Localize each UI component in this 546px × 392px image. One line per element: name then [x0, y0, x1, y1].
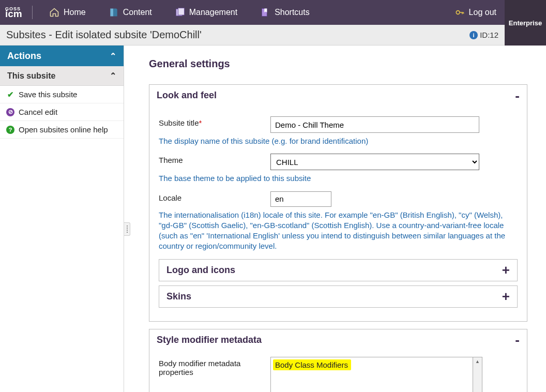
sidebar-item-label: Open subsites online help — [19, 125, 108, 134]
theme-hint: The base theme to be applied to this sub… — [159, 173, 518, 184]
panel-title: Look and feel — [157, 90, 217, 101]
row-theme: Theme CHILL — [159, 154, 518, 170]
brand-line2: icm — [5, 10, 29, 18]
sidebar-item-label: Save this subsite — [19, 90, 77, 99]
home-icon — [49, 7, 59, 18]
body-modifier-listbox[interactable]: Body Class Modifiers — [270, 357, 473, 393]
panel-logo-icons-header[interactable]: Logo and icons + — [159, 260, 517, 281]
expand-icon: + — [502, 292, 510, 301]
sidebar-item-cancel[interactable]: ⊘ Cancel edit — [0, 103, 124, 121]
scroll-up-icon[interactable]: ▲ — [473, 357, 482, 366]
svg-rect-1 — [178, 8, 184, 15]
panel-look-and-feel-header[interactable]: Look and feel - — [149, 85, 527, 106]
row-body-modifier: Body modifier metadata properties Body C… — [159, 357, 518, 393]
panel-skins-header[interactable]: Skins + — [159, 286, 517, 307]
panel-title: Logo and icons — [166, 265, 235, 276]
collapse-icon: - — [515, 335, 520, 344]
enterprise-badge: Enterprise — [505, 0, 546, 46]
body-modifier-listbox-wrap: Body Class Modifiers ▲ ▼ — [270, 357, 518, 393]
locale-input[interactable] — [270, 191, 331, 207]
panel-logo-icons: Logo and icons + — [159, 259, 518, 281]
sidebar-actions-header[interactable]: Actions ⌃ — [0, 46, 124, 66]
book-icon — [109, 7, 119, 18]
nav-content-label: Content — [123, 8, 152, 17]
collapse-icon: - — [515, 91, 520, 100]
svg-point-3 — [456, 11, 460, 14]
row-locale: Locale — [159, 191, 518, 207]
sidebar-subheader[interactable]: This subsite ⌃ — [0, 66, 124, 86]
locale-hint: The internationalisation (i18n) locale o… — [159, 210, 518, 252]
check-icon: ✔ — [6, 91, 14, 99]
enterprise-label: Enterprise — [509, 19, 542, 27]
sidebar-item-save[interactable]: ✔ Save this subsite — [0, 86, 124, 103]
main-layout: Actions ⌃ This subsite ⌃ ✔ Save this sub… — [0, 46, 546, 392]
panel-style-modifier-header[interactable]: Style modifier metadata - — [149, 329, 527, 351]
panel-style-modifier: Style modifier metadata - Body modifier … — [149, 329, 527, 393]
label-text: Subsite title — [159, 118, 199, 127]
nav-content[interactable]: Content — [97, 0, 163, 25]
panel-look-and-feel: Look and feel - Subsite title* The displ… — [149, 84, 527, 322]
content-area: General settings Look and feel - Subsite… — [124, 46, 546, 392]
page-header: Subsites - Edit isolated subsite 'DemoCh… — [0, 25, 505, 46]
panel-title: Skins — [166, 291, 191, 302]
panel-look-and-feel-body: Subsite title* The display name of this … — [149, 106, 527, 321]
theme-label: Theme — [159, 154, 262, 164]
help-icon: ? — [6, 126, 14, 134]
sidebar-item-help[interactable]: ? Open subsites online help — [0, 121, 124, 139]
list-item-selected[interactable]: Body Class Modifiers — [273, 359, 351, 370]
nav-management-label: Management — [189, 8, 237, 17]
subsite-title-label: Subsite title* — [159, 116, 262, 127]
sidebar: Actions ⌃ This subsite ⌃ ✔ Save this sub… — [0, 46, 124, 392]
key-icon — [454, 7, 465, 18]
chevron-up-icon: ⌃ — [110, 51, 116, 61]
nav-shortcuts[interactable]: Shortcuts — [249, 0, 321, 25]
subsite-title-input[interactable] — [270, 116, 479, 133]
panel-style-modifier-body: Body modifier metadata properties Body C… — [149, 351, 527, 393]
chevron-up-icon: ⌃ — [110, 71, 116, 81]
shortcuts-icon — [260, 7, 270, 18]
nav-logout-label: Log out — [469, 8, 496, 17]
nav-shortcuts-label: Shortcuts — [275, 8, 310, 17]
expand-icon: + — [502, 265, 510, 275]
page-id: i ID:12 — [469, 31, 498, 39]
sidebar-item-label: Cancel edit — [19, 108, 57, 116]
nav-separator — [32, 6, 33, 19]
cancel-icon: ⊘ — [6, 108, 14, 116]
nav-home-label: Home — [64, 8, 86, 17]
page-title: Subsites - Edit isolated subsite 'DemoCh… — [6, 29, 202, 41]
nav-home[interactable]: Home — [38, 0, 97, 25]
sidebar-actions-title: Actions — [7, 51, 41, 62]
listbox-scrollbar[interactable]: ▲ ▼ — [473, 357, 482, 393]
nav-management[interactable]: Management — [163, 0, 249, 25]
sidebar-subheader-label: This subsite — [7, 71, 55, 81]
subsite-title-hint: The display name of this subsite (e.g. f… — [159, 136, 518, 146]
info-icon: i — [469, 31, 478, 39]
management-icon — [175, 7, 185, 18]
body-modifier-label: Body modifier metadata properties — [159, 357, 262, 376]
required-marker: * — [199, 118, 202, 127]
row-subsite-title: Subsite title* — [159, 116, 518, 133]
panel-title: Style modifier metadata — [157, 335, 262, 345]
panel-skins: Skins + — [159, 285, 518, 308]
top-nav: GOSS icm Home Content Management Shortcu… — [0, 0, 546, 25]
locale-label: Locale — [159, 191, 262, 202]
general-settings-title: General settings — [149, 58, 527, 70]
page-id-label: ID:12 — [480, 31, 498, 39]
theme-select[interactable]: CHILL — [270, 154, 479, 170]
brand-logo: GOSS icm — [0, 7, 29, 18]
scroll-down-icon[interactable]: ▼ — [473, 389, 482, 393]
